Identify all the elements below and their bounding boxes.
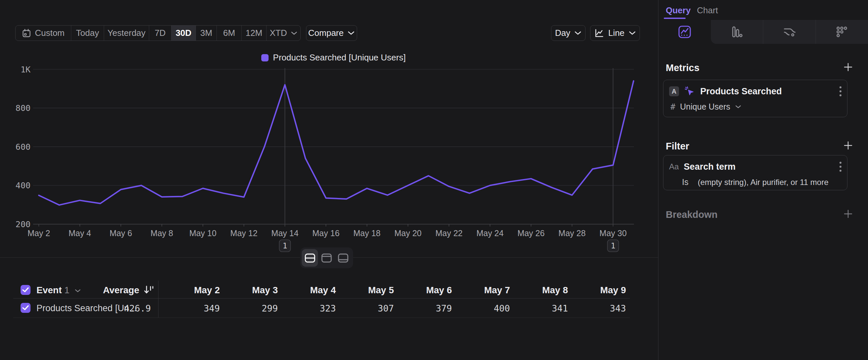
retention-icon (834, 24, 849, 39)
x-axis-tick-label: May 8 (151, 228, 173, 238)
table-date-header: May 5 (344, 285, 394, 296)
x-axis-tick-label: May 20 (394, 228, 422, 238)
event-count: 1 (64, 285, 70, 295)
x-axis-tick-label: May 6 (110, 228, 132, 238)
table-date-header: May 8 (518, 285, 568, 296)
table-cell-value: 400 (460, 303, 510, 313)
x-axis-tick-label: May 12 (230, 228, 258, 238)
series-line (39, 81, 633, 205)
aggregation-selector[interactable]: Unique Users (680, 102, 730, 112)
x-axis-tick-label: May 26 (518, 228, 545, 238)
add-breakdown-button[interactable] (843, 209, 854, 219)
plus-icon (843, 140, 854, 151)
x-axis-tick-label: May 10 (189, 228, 217, 238)
chart-main-area: CustomTodayYesterday7D30D3M6M12MXTD Comp… (0, 0, 658, 360)
plus-icon (843, 209, 854, 219)
y-axis-tick-label: 200 (16, 220, 31, 229)
active-tab-underline (664, 18, 686, 19)
table-cell-value: 299 (228, 303, 278, 313)
filter-options-kebab-icon[interactable] (839, 161, 842, 172)
tab-chart[interactable]: Chart (697, 5, 718, 16)
table-date-header: May 6 (402, 285, 452, 296)
add-filter-button[interactable] (843, 140, 854, 151)
inactive-report-tabs (711, 20, 868, 44)
funnels-icon (730, 24, 745, 39)
event-column-header[interactable]: Event 1 (36, 285, 81, 296)
report-tab-flows[interactable] (763, 20, 815, 44)
table-date-header: May 9 (576, 285, 626, 296)
tab-query[interactable]: Query (666, 5, 691, 16)
table-date-header: May 3 (228, 285, 278, 296)
report-tab-insights[interactable] (658, 20, 711, 44)
insights-report-page: CustomTodayYesterday7D30D3M6M12MXTD Comp… (0, 0, 868, 360)
insights-icon (677, 24, 692, 39)
split-view-icon (304, 253, 316, 264)
breakdown-section-title: Breakdown (666, 209, 717, 220)
y-axis-tick-label: 600 (16, 142, 31, 152)
filter-property-name: Search term (684, 162, 735, 172)
table-cell-value: 307 (344, 303, 394, 313)
metric-name: Products Searched (700, 86, 782, 96)
x-axis-tick-label: May 24 (476, 228, 504, 238)
chart-view-icon (320, 253, 333, 264)
x-axis-tick-label: May 22 (435, 228, 463, 238)
y-axis-tick-label: 1K (21, 65, 31, 74)
row-checkbox[interactable] (21, 303, 31, 313)
annotation-badge-count: 1 (282, 242, 287, 250)
table-date-header: May 7 (460, 285, 510, 296)
check-icon (22, 287, 29, 293)
table-view-icon (337, 253, 349, 264)
chevron-down-icon (735, 105, 741, 109)
x-axis-tick-label: May 30 (599, 228, 627, 238)
annotation-badge-count: 1 (611, 242, 615, 250)
chart-view-button[interactable] (318, 249, 335, 267)
event-pointer-icon (684, 86, 695, 97)
filter-value[interactable]: (empty string), Air purifier, or 11 more (698, 178, 828, 187)
table-column-divider (158, 281, 158, 317)
table-row-border (13, 317, 630, 318)
filter-section-title: Filter (666, 141, 689, 152)
average-column-header[interactable]: Average (93, 285, 139, 296)
plus-icon (843, 62, 854, 73)
x-axis-tick-label: May 4 (69, 228, 91, 238)
aggregation-type-icon: # (671, 102, 675, 112)
table-date-header: May 4 (286, 285, 336, 296)
table-date-header: May 2 (170, 285, 220, 296)
x-axis-tick-label: May 18 (353, 228, 381, 238)
table-cell-value: 343 (576, 303, 626, 313)
row-average-value: 426.9 (104, 303, 151, 313)
query-builder-panel: Query Chart Metrics (658, 0, 868, 360)
string-property-icon: Aa (669, 162, 679, 171)
table-header-border (13, 298, 630, 299)
sort-descending-icon[interactable] (143, 284, 155, 296)
x-axis-tick-label: May 16 (312, 228, 340, 238)
report-type-tabs (658, 20, 868, 44)
filter-card[interactable]: Aa Search term Is (empty string), Air pu… (663, 155, 847, 190)
chevron-down-icon (74, 289, 81, 293)
x-axis-tick-label: May 28 (558, 228, 586, 238)
flows-icon (782, 24, 797, 39)
table-view-button[interactable] (335, 249, 351, 267)
report-tab-funnels[interactable] (711, 20, 763, 44)
y-axis-tick-label: 400 (16, 181, 31, 190)
x-axis-tick-label: May 14 (271, 228, 299, 238)
line-chart[interactable]: 1K800600400200May 2May 4May 6May 8May 10… (0, 0, 658, 256)
check-icon (22, 305, 29, 310)
table-cell-value: 323 (286, 303, 336, 313)
table-cell-value: 379 (402, 303, 452, 313)
metric-options-kebab-icon[interactable] (839, 86, 842, 97)
view-layout-toggle (300, 247, 353, 268)
filter-operator[interactable]: Is (682, 177, 688, 187)
table-cell-value: 341 (518, 303, 568, 313)
select-all-checkbox[interactable] (21, 285, 31, 295)
metric-letter-badge: A (669, 86, 679, 96)
y-axis-tick-label: 800 (16, 103, 31, 113)
split-view-button[interactable] (302, 249, 318, 267)
event-label: Event (36, 285, 62, 295)
metrics-section-title: Metrics (666, 62, 700, 74)
table-cell-value: 349 (170, 303, 220, 313)
x-axis-tick-label: May 2 (28, 228, 50, 238)
metric-card[interactable]: A Products Searched # Unique Users (663, 80, 847, 117)
add-metric-button[interactable] (843, 62, 854, 73)
report-tab-retention[interactable] (816, 20, 868, 44)
